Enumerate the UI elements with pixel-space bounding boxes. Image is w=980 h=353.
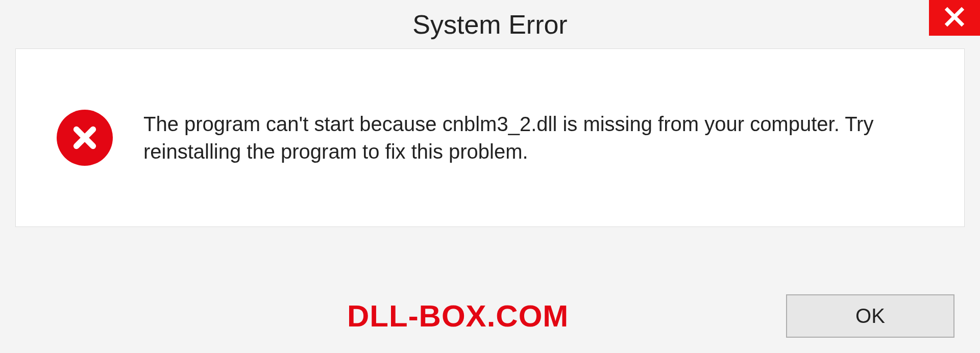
footer: DLL-BOX.COM OK [0, 294, 980, 338]
dialog-title: System Error [412, 9, 567, 40]
title-bar: System Error [0, 0, 980, 48]
close-button[interactable] [929, 0, 980, 36]
error-message: The program can't start because cnblm3_2… [143, 110, 944, 165]
watermark-text: DLL-BOX.COM [347, 298, 569, 334]
error-icon [57, 110, 113, 166]
close-icon [944, 6, 965, 30]
content-panel: The program can't start because cnblm3_2… [15, 48, 965, 227]
ok-button[interactable]: OK [786, 294, 954, 338]
